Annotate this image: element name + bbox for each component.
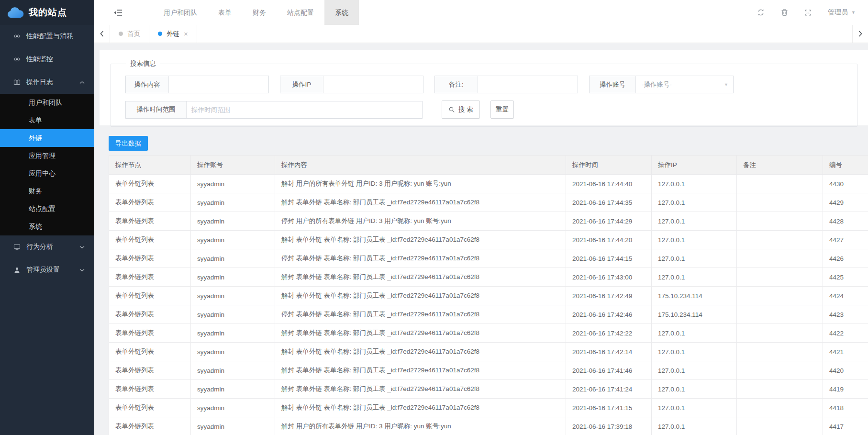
sidebar-item-label: 外链 [29, 134, 42, 143]
cell-ip: 127.0.0.1 [652, 231, 737, 249]
cell-node: 表单外链列表 [109, 287, 191, 305]
cell-content: 解封 表单外链 表单名称: 部门员工表 _id:f7ed2729e46117a0… [275, 361, 566, 380]
user-menu[interactable]: 管理员 ▼ [828, 8, 856, 17]
topbar-tab-system[interactable]: 系统 [324, 0, 359, 25]
col-header-ip: 操作IP [652, 156, 737, 175]
tabs-scroll-right-icon[interactable] [852, 25, 868, 43]
main-area: 用户和团队 表单 财务 站点配置 系统 [94, 0, 868, 435]
account-field-label: 操作账号 [590, 76, 636, 93]
refresh-icon[interactable] [757, 9, 765, 16]
cell-note [737, 324, 823, 343]
trash-icon[interactable] [781, 9, 788, 16]
close-tab-icon[interactable]: × [184, 30, 188, 37]
sidebar-item-label: 性能配置与消耗 [26, 32, 73, 41]
table-toolbar: 导出数据 [109, 136, 868, 151]
cell-content: 解封 表单外链 表单名称: 部门员工表 _id:f7ed2729e46117a0… [275, 399, 566, 417]
cell-account: syyadmin [191, 380, 275, 399]
cell-note [737, 399, 823, 417]
page-tab-home[interactable]: 首页 [110, 25, 149, 43]
table-row: 表单外链列表 syyadmin 解封 表单外链 表单名称: 部门员工表 _id:… [109, 324, 868, 343]
cell-account: syyadmin [191, 343, 275, 361]
table-row: 表单外链列表 syyadmin 解封 用户的所有表单外链 用户ID: 3 用户昵… [109, 175, 868, 193]
book-icon [13, 79, 21, 86]
topbar-tab-finance[interactable]: 财务 [242, 0, 277, 25]
cell-ip: 127.0.0.1 [652, 324, 737, 343]
tab-label: 系统 [335, 9, 348, 16]
cell-note [737, 361, 823, 380]
sidebar-item-operation-log[interactable]: 操作日志 [0, 71, 94, 94]
cell-account: syyadmin [191, 324, 275, 343]
sidebar-item-external-links[interactable]: 外链 [0, 129, 94, 147]
table-row: 表单外链列表 syyadmin 解封 表单外链 表单名称: 部门员工表 _id:… [109, 380, 868, 399]
tab-label: 财务 [253, 9, 266, 16]
sidebar: 我的站点 性能配置与消耗 性能监控 操作日志 用户和团队 [0, 0, 94, 435]
sidebar-item-system[interactable]: 系统 [0, 218, 94, 235]
topbar-tab-site-config[interactable]: 站点配置 [277, 0, 324, 25]
content: 搜索信息 操作内容 操作IP 备注: [94, 43, 868, 435]
cell-content: 停封 用户的所有表单外链 用户ID: 3 用户昵称: yun 账号:yun [275, 212, 566, 231]
logo[interactable]: 我的站点 [0, 0, 94, 25]
tab-label: 首页 [127, 30, 140, 38]
chevron-up-icon [79, 81, 85, 84]
col-header-id: 编号 [823, 156, 868, 175]
user-icon [13, 267, 21, 274]
cell-note [737, 212, 823, 231]
cell-time: 2021-06-16 17:39:18 [566, 417, 652, 435]
tabs-scroll-left-icon[interactable] [94, 25, 110, 43]
note-field-label: 备注: [435, 76, 478, 93]
topbar-tab-forms[interactable]: 表单 [208, 0, 242, 25]
cell-note [737, 193, 823, 212]
export-data-button[interactable]: 导出数据 [109, 136, 148, 151]
content-input[interactable] [169, 76, 268, 93]
sidebar-item-admin-settings[interactable]: 管理员设置 [0, 258, 94, 281]
broadcast-icon [13, 33, 21, 40]
sidebar-item-app-center[interactable]: 应用中心 [0, 165, 94, 182]
sidebar-item-users-teams[interactable]: 用户和团队 [0, 94, 94, 112]
account-select-value: -操作账号- [636, 80, 672, 89]
time-field-label: 操作时间范围 [126, 101, 187, 118]
sidebar-item-behavior-analysis[interactable]: 行为分析 [0, 235, 94, 258]
cell-content: 停封 表单外链 表单名称: 部门员工表 _id:f7ed2729e46117a0… [275, 305, 566, 324]
table-row: 表单外链列表 syyadmin 停封 用户的所有表单外链 用户ID: 3 用户昵… [109, 212, 868, 231]
tab-label: 外链 [167, 30, 179, 38]
search-button[interactable]: 搜 索 [442, 100, 480, 119]
ip-input[interactable] [323, 76, 423, 93]
col-header-time: 操作时间 [566, 156, 652, 175]
cell-node: 表单外链列表 [109, 212, 191, 231]
time-range-input[interactable] [187, 101, 422, 118]
cell-account: syyadmin [191, 399, 275, 417]
collapse-sidebar-icon[interactable] [113, 9, 122, 16]
cell-time: 2021-06-16 17:44:29 [566, 212, 652, 231]
cell-ip: 175.10.234.114 [652, 305, 737, 324]
cell-id: 4417 [823, 417, 868, 435]
cell-account: syyadmin [191, 249, 275, 268]
topbar-tab-users-teams[interactable]: 用户和团队 [153, 0, 208, 25]
fullscreen-icon[interactable] [804, 9, 812, 16]
cell-account: syyadmin [191, 417, 275, 435]
sidebar-item-performance-config[interactable]: 性能配置与消耗 [0, 25, 94, 48]
sidebar-item-finance[interactable]: 财务 [0, 182, 94, 200]
reset-button[interactable]: 重置 [490, 100, 514, 119]
cell-note [737, 287, 823, 305]
cell-ip: 175.10.234.114 [652, 287, 737, 305]
sidebar-item-label: 站点配置 [29, 205, 56, 213]
cell-time: 2021-06-16 17:42:22 [566, 324, 652, 343]
sidebar-item-label: 用户和团队 [29, 99, 62, 107]
sidebar-item-app-management[interactable]: 应用管理 [0, 147, 94, 165]
sidebar-item-site-config[interactable]: 站点配置 [0, 200, 94, 218]
cell-node: 表单外链列表 [109, 324, 191, 343]
sidebar-item-label: 表单 [29, 116, 42, 125]
tab-dot-icon [158, 32, 162, 36]
search-panel-legend: 搜索信息 [126, 59, 160, 68]
tab-label: 用户和团队 [164, 9, 197, 16]
sidebar-item-forms[interactable]: 表单 [0, 112, 94, 129]
sidebar-item-performance-monitor[interactable]: 性能监控 [0, 48, 94, 71]
note-input[interactable] [478, 76, 578, 93]
sidebar-item-label: 财务 [29, 187, 42, 196]
cell-node: 表单外链列表 [109, 417, 191, 435]
page-tab-external-links[interactable]: 外链 × [149, 25, 197, 43]
log-table-wrap: 操作节点 操作账号 操作内容 操作时间 操作IP 备注 编号 表单外链列表 sy… [109, 155, 868, 435]
cell-node: 表单外链列表 [109, 305, 191, 324]
account-select[interactable]: -操作账号- ▼ [636, 76, 733, 93]
cell-ip: 127.0.0.1 [652, 212, 737, 231]
